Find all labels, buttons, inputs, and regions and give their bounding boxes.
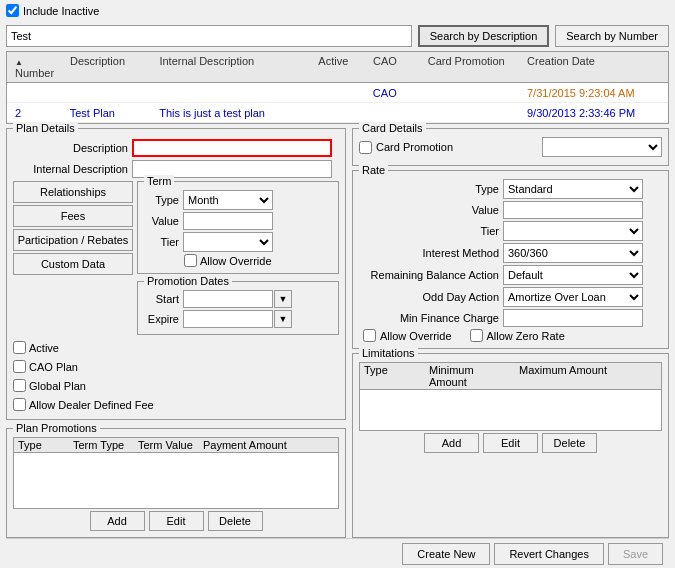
- limitations-title: Limitations: [359, 347, 418, 359]
- global-plan-checkbox[interactable]: [13, 379, 26, 392]
- search-by-number-button[interactable]: Search by Number: [555, 25, 669, 47]
- rate-title: Rate: [359, 164, 388, 176]
- allow-zero-rate-label: Allow Zero Rate: [487, 330, 565, 342]
- allow-dealer-checkbox[interactable]: [13, 398, 26, 411]
- start-label: Start: [144, 293, 179, 305]
- start-date-input[interactable]: [183, 290, 273, 308]
- rate-value-input[interactable]: [503, 201, 643, 219]
- include-inactive-checkbox[interactable]: [6, 4, 19, 17]
- plan-promotions-body: [14, 453, 338, 508]
- fees-button[interactable]: Fees: [13, 205, 133, 227]
- rate-allow-override-checkbox[interactable]: [363, 329, 376, 342]
- rate-type-label: Type: [359, 183, 499, 195]
- allow-override-row: Allow Override: [184, 254, 332, 267]
- col-header-internal-description: Internal Description: [151, 54, 310, 80]
- min-finance-input[interactable]: [503, 309, 643, 327]
- table-header: Number Description Internal Description …: [7, 52, 668, 83]
- table-row[interactable]: 2 Test Plan This is just a test plan 9/3…: [7, 103, 668, 123]
- cao-plan-checkbox[interactable]: [13, 360, 26, 373]
- limitations-actions: Add Edit Delete: [359, 433, 662, 453]
- start-date-picker-button[interactable]: ▼: [274, 290, 292, 308]
- odd-day-row: Odd Day Action Amortize Over Loan: [359, 287, 662, 307]
- search-area: Search by Description Search by Number: [0, 21, 675, 51]
- plan-promotions-edit-button[interactable]: Edit: [149, 511, 204, 531]
- limitations-delete-button[interactable]: Delete: [542, 433, 597, 453]
- search-input[interactable]: [6, 25, 412, 47]
- include-inactive-label[interactable]: Include Inactive: [6, 4, 99, 17]
- term-value-input[interactable]: [183, 212, 273, 230]
- active-checkbox[interactable]: [13, 341, 26, 354]
- active-label: Active: [29, 342, 59, 354]
- create-new-button[interactable]: Create New: [402, 543, 490, 565]
- save-button[interactable]: Save: [608, 543, 663, 565]
- allow-dealer-label: Allow Dealer Defined Fee: [29, 399, 154, 411]
- limitations-edit-button[interactable]: Edit: [483, 433, 538, 453]
- card-details-section: Card Details Card Promotion: [352, 128, 669, 166]
- table-row[interactable]: CAO 7/31/2015 9:23:04 AM: [7, 83, 668, 103]
- participation-rebates-button[interactable]: Participation / Rebates: [13, 229, 133, 251]
- rate-value-row: Value: [359, 201, 662, 219]
- allow-override-checkbox[interactable]: [184, 254, 197, 267]
- internal-description-label: Internal Description: [13, 163, 128, 175]
- rate-type-row: Type Standard Variable Fixed: [359, 179, 662, 199]
- remaining-balance-label: Remaining Balance Action: [359, 269, 499, 281]
- bottom-form-area: Plan Details Description Internal Descri…: [6, 128, 669, 568]
- expire-date-picker-button[interactable]: ▼: [274, 310, 292, 328]
- revert-changes-button[interactable]: Revert Changes: [494, 543, 604, 565]
- description-label: Description: [13, 142, 128, 154]
- left-column: Plan Details Description Internal Descri…: [6, 128, 346, 538]
- cell-active: [310, 112, 365, 114]
- cao-plan-checkbox-row: CAO Plan: [13, 360, 339, 373]
- main-container: Include Inactive Search by Description S…: [0, 0, 675, 568]
- internal-description-row: Internal Description: [13, 160, 339, 178]
- rate-tier-label: Tier: [359, 225, 499, 237]
- plan-promotions-actions: Add Edit Delete: [13, 511, 339, 531]
- odd-day-select[interactable]: Amortize Over Loan: [503, 287, 643, 307]
- col-header-number[interactable]: Number: [7, 54, 62, 80]
- cell-number: 2: [7, 106, 62, 120]
- rate-tier-select[interactable]: [503, 221, 643, 241]
- form-panels: Plan Details Description Internal Descri…: [6, 128, 669, 538]
- search-by-description-button[interactable]: Search by Description: [418, 25, 550, 47]
- term-tier-select[interactable]: [183, 232, 273, 252]
- rate-tier-row: Tier: [359, 221, 662, 241]
- right-form-area: Term Type Month Year Day: [137, 181, 339, 335]
- allow-override-label: Allow Override: [200, 255, 272, 267]
- lim-col-type: Type: [360, 363, 425, 389]
- allow-row: Allow Override Allow Zero Rate: [363, 329, 662, 342]
- rate-type-select[interactable]: Standard Variable Fixed: [503, 179, 643, 199]
- plan-promotions-header: Type Term Type Term Value Payment Amount: [14, 438, 338, 453]
- limitations-add-button[interactable]: Add: [424, 433, 479, 453]
- interest-method-select[interactable]: 360/360 365/365 Actual/360: [503, 243, 643, 263]
- cell-cao: CAO: [365, 86, 420, 100]
- promo-col-term-type: Term Type: [69, 438, 134, 452]
- plan-promotions-add-button[interactable]: Add: [90, 511, 145, 531]
- start-date-wrapper: ▼: [183, 290, 292, 308]
- relationships-button[interactable]: Relationships: [13, 181, 133, 203]
- limitations-table: Type Minimum Amount Maximum Amount: [359, 362, 662, 431]
- limitations-body: [360, 390, 661, 430]
- description-input[interactable]: [132, 139, 332, 157]
- lim-col-max: Maximum Amount: [515, 363, 661, 389]
- expire-date-input[interactable]: [183, 310, 273, 328]
- promotion-dates-title: Promotion Dates: [144, 275, 232, 287]
- card-promotion-select[interactable]: [542, 137, 662, 157]
- cell-card-promotion: [420, 112, 519, 114]
- cell-internal-description: This is just a test plan: [151, 106, 310, 120]
- min-finance-row: Min Finance Charge: [359, 309, 662, 327]
- active-checkbox-row: Active: [13, 341, 339, 354]
- allow-zero-rate-checkbox[interactable]: [470, 329, 483, 342]
- plan-promotions-delete-button[interactable]: Delete: [208, 511, 263, 531]
- card-promotion-label: Card Promotion: [376, 141, 538, 153]
- cell-creation-date: 7/31/2015 9:23:04 AM: [519, 86, 668, 100]
- global-plan-checkbox-row: Global Plan: [13, 379, 339, 392]
- cell-description: [62, 92, 151, 94]
- lim-col-min: Minimum Amount: [425, 363, 515, 389]
- custom-data-button[interactable]: Custom Data: [13, 253, 133, 275]
- card-promotion-checkbox[interactable]: [359, 141, 372, 154]
- interest-method-row: Interest Method 360/360 365/365 Actual/3…: [359, 243, 662, 263]
- col-header-creation-date: Creation Date: [519, 54, 668, 80]
- term-type-select[interactable]: Month Year Day: [183, 190, 273, 210]
- remaining-balance-select[interactable]: Default: [503, 265, 643, 285]
- min-finance-label: Min Finance Charge: [359, 312, 499, 324]
